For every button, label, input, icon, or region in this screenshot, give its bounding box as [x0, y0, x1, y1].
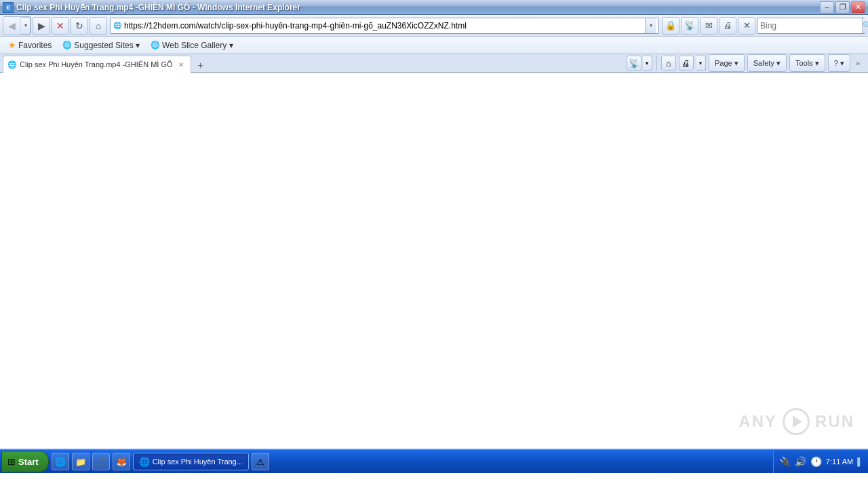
taskbar-warning-icon[interactable]: ⚠: [252, 453, 269, 470]
rss-dropdown[interactable]: ▾: [643, 56, 652, 70]
web-slice-icon: 🌐: [151, 41, 160, 49]
window-controls: − ❐ ✕: [820, 1, 865, 14]
tools-menu-button[interactable]: Tools ▾: [789, 54, 825, 72]
page-menu-button[interactable]: Page ▾: [709, 54, 745, 72]
volume-icon[interactable]: 🔊: [795, 456, 806, 467]
back-button[interactable]: ◀: [3, 17, 21, 35]
tab-favicon: 🌐: [7, 60, 17, 69]
navigation-bar: ◀ ▾ ▶ ✕ ↻ ⌂ 🌐 ▾ 🔒 📡 ✉ 🖨 ✕ 🔍: [0, 15, 868, 37]
stop-button[interactable]: ✕: [52, 17, 69, 35]
taskbar-ie-icon[interactable]: 🌐: [52, 453, 69, 470]
active-taskbar-item[interactable]: 🌐 Clip sex Phi Huyên Trang...: [133, 453, 249, 470]
taskbar-media-icon[interactable]: 🎵: [92, 453, 110, 470]
taskbar-items: 🌐 📁 🎵 🦊 🌐 Clip sex Phi Huyên Trang... ⚠: [49, 453, 773, 470]
start-label: Start: [18, 457, 39, 467]
address-input[interactable]: [124, 21, 645, 30]
main-content: ANY RUN: [0, 73, 868, 449]
toolbar-overflow[interactable]: »: [853, 59, 863, 67]
forward-button[interactable]: ▶: [33, 17, 50, 35]
active-tab[interactable]: 🌐 Clip sex Phi Huyên Trang.mp4 -GHIÊN MÌ…: [3, 56, 191, 73]
title-bar-left: e Clip sex Phi Huyền Trang.mp4 -GHIÊN MÌ…: [3, 2, 300, 13]
watermark-text-any: ANY: [738, 412, 777, 431]
new-tab-button[interactable]: +: [194, 58, 208, 72]
play-icon: [793, 415, 802, 428]
print-dropdown[interactable]: ▾: [696, 56, 706, 70]
tab-bar: 🌐 Clip sex Phi Huyên Trang.mp4 -GHIÊN MÌ…: [0, 54, 868, 73]
address-dropdown[interactable]: ▾: [645, 18, 656, 33]
print-toolbar-icon[interactable]: 🖨: [679, 56, 694, 70]
title-bar: e Clip sex Phi Huyền Trang.mp4 -GHIÊN MÌ…: [0, 0, 868, 15]
read-mail-button[interactable]: ✉: [700, 17, 717, 35]
lock-icon: 🔒: [662, 17, 679, 35]
clock-time: 7:11 AM: [826, 458, 853, 466]
rss-toolbar-icon[interactable]: 📡: [627, 56, 642, 70]
address-bar[interactable]: 🌐 ▾: [110, 18, 659, 34]
home-button[interactable]: ⌂: [90, 17, 107, 35]
ie-icon: e: [3, 2, 14, 13]
close-button[interactable]: ✕: [851, 1, 865, 14]
suggested-sites-button[interactable]: 🌐 Suggested Sites ▾: [60, 39, 142, 52]
network-icon: 🔌: [779, 456, 791, 467]
suggested-sites-icon: 🌐: [62, 41, 72, 49]
help-menu-button[interactable]: ? ▾: [828, 54, 850, 72]
tab-close-button[interactable]: ✕: [177, 60, 185, 69]
refresh-button[interactable]: ↻: [71, 17, 88, 35]
active-item-label: Clip sex Phi Huyên Trang...: [153, 458, 243, 466]
clock-icon: 🕐: [810, 456, 822, 467]
back-forward-group: ◀ ▾: [3, 16, 31, 35]
taskbar: ⊞ Start 🌐 📁 🎵 🦊 🌐 Clip sex Phi Huyên Tra…: [0, 449, 868, 473]
address-icon: 🌐: [113, 22, 121, 29]
favorites-bar: ★ Favorites 🌐 Suggested Sites ▾ 🌐 Web Sl…: [0, 37, 868, 54]
print-button[interactable]: 🖨: [719, 17, 736, 35]
rss-button[interactable]: 📡: [681, 17, 698, 35]
clock: 7:11 AM: [826, 457, 853, 466]
windows-icon: ⊞: [7, 456, 16, 467]
start-button[interactable]: ⊞ Start: [1, 451, 49, 472]
taskbar-folder-icon[interactable]: 📁: [72, 453, 90, 470]
restore-button[interactable]: ❐: [835, 1, 850, 14]
search-button[interactable]: 🔍: [862, 18, 868, 33]
watermark-text-run: RUN: [815, 412, 854, 431]
web-slice-label: Web Slice Gallery ▾: [162, 41, 233, 50]
active-item-icon: 🌐: [139, 457, 150, 467]
back-dropdown[interactable]: ▾: [21, 17, 31, 35]
favorites-star-icon: ★: [8, 40, 16, 50]
minimize-button[interactable]: −: [820, 1, 834, 14]
window-title: Clip sex Phi Huyền Trang.mp4 -GHIÊN MÌ G…: [16, 3, 300, 12]
tab-label: Clip sex Phi Huyên Trang.mp4 -GHIÊN MÌ G…: [20, 60, 173, 68]
web-slice-gallery-button[interactable]: 🌐 Web Slice Gallery ▾: [148, 39, 235, 52]
toolbar-sep-1: [656, 56, 657, 70]
safety-menu-button[interactable]: Safety ▾: [747, 54, 787, 72]
suggested-sites-label: Suggested Sites ▾: [74, 41, 140, 50]
favorites-menu[interactable]: ★ Favorites: [5, 39, 54, 52]
system-tray: 🔌 🔊 🕐 7:11 AM ▌: [773, 450, 868, 473]
delete-button[interactable]: ✕: [738, 17, 755, 35]
favorites-label: Favorites: [18, 41, 52, 50]
taskbar-firefox-icon[interactable]: 🦊: [113, 453, 130, 470]
search-input[interactable]: [760, 21, 862, 30]
watermark: ANY RUN: [738, 408, 854, 435]
show-desktop[interactable]: ▌: [857, 458, 863, 466]
home-toolbar-icon[interactable]: ⌂: [661, 56, 676, 70]
watermark-logo: [783, 408, 810, 435]
search-bar[interactable]: 🔍: [757, 18, 865, 34]
